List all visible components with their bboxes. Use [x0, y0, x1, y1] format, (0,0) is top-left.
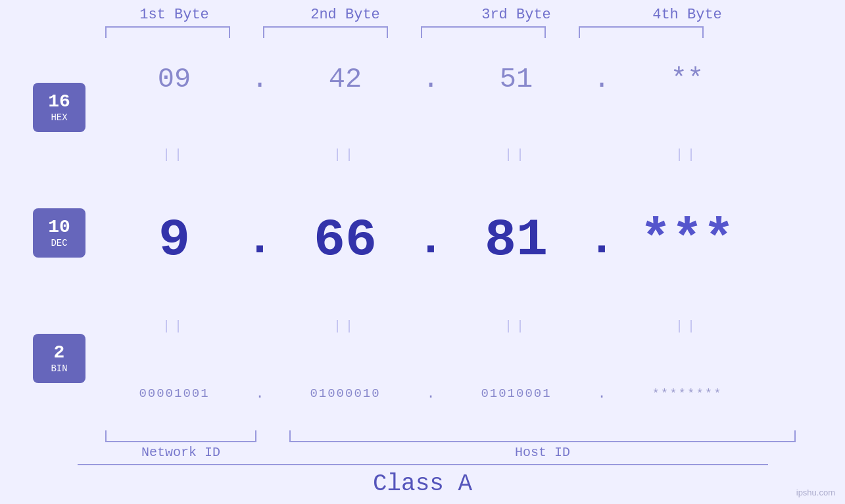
bracket-network [105, 430, 256, 442]
dec-badge: 10 DEC [33, 208, 85, 258]
eq1-b2: || [276, 147, 414, 162]
bottom-brackets [105, 430, 832, 442]
bracket-byte2 [263, 26, 388, 38]
hex-dot2: . [414, 64, 447, 95]
bin-row: 00001001 . 01000010 . 01010001 . *******… [105, 386, 832, 402]
bracket-host [289, 430, 796, 442]
bracket-byte3 [421, 26, 546, 38]
eq1-b4: || [618, 147, 756, 162]
dec-b2: 66 [276, 214, 414, 267]
hex-row: 09 . 42 . 51 . ** [105, 64, 832, 95]
dec-b4: *** [618, 214, 756, 267]
class-line [78, 464, 768, 465]
host-id-label: Host ID [289, 445, 796, 460]
byte4-header: 4th Byte [618, 7, 756, 23]
hex-b4: ** [618, 64, 756, 95]
bottom-area: Network ID Host ID [105, 430, 832, 460]
bin-b1: 00001001 [105, 386, 243, 401]
bracket-byte4 [579, 26, 704, 38]
eq2-b4: || [618, 319, 756, 334]
top-brackets [105, 26, 832, 38]
hex-dot1: . [243, 64, 276, 95]
bin-dot2: . [414, 386, 447, 402]
network-id-label: Network ID [105, 445, 256, 460]
bin-dot3: . [585, 386, 618, 402]
hex-dot3: . [585, 64, 618, 95]
hex-badge-number: 16 [48, 92, 70, 112]
hex-b1: 09 [105, 64, 243, 95]
byte-headers: 1st Byte 2nd Byte 3rd Byte 4th Byte [105, 7, 832, 23]
dec-dot1: . [243, 214, 276, 266]
dec-badge-number: 10 [48, 218, 70, 238]
bin-badge: 2 BIN [33, 334, 85, 383]
eq-row-2: || || || || [105, 319, 832, 334]
dec-badge-label: DEC [51, 238, 67, 248]
byte3-header: 3rd Byte [447, 7, 585, 23]
dec-b3: 81 [447, 214, 585, 267]
id-labels: Network ID Host ID [105, 445, 832, 460]
bracket-byte1 [105, 26, 230, 38]
hex-badge-label: HEX [51, 112, 67, 123]
dec-dot2: . [414, 214, 447, 266]
eq2-b2: || [276, 319, 414, 334]
badges-column: 16 HEX 10 DEC 2 BIN [13, 38, 105, 428]
bin-badge-number: 2 [54, 343, 65, 363]
class-label: Class A [373, 470, 472, 497]
dec-b1: 9 [105, 214, 243, 267]
byte1-header: 1st Byte [105, 7, 243, 23]
eq1-b3: || [447, 147, 585, 162]
class-footer: Class A [13, 464, 832, 497]
eq1-b1: || [105, 147, 243, 162]
main-container: 1st Byte 2nd Byte 3rd Byte 4th Byte 16 H… [0, 0, 845, 504]
watermark: ipshu.com [796, 488, 835, 497]
eq-row-1: || || || || [105, 147, 832, 162]
bin-dot1: . [243, 386, 276, 402]
content-area: 16 HEX 10 DEC 2 BIN 09 . 42 . 51 . ** [13, 38, 832, 428]
eq2-b1: || [105, 319, 243, 334]
dec-dot3: . [585, 214, 618, 266]
hex-badge: 16 HEX [33, 83, 85, 132]
hex-b3: 51 [447, 64, 585, 95]
data-rows: 09 . 42 . 51 . ** || || || || 9 . [105, 38, 832, 428]
bin-b2: 01000010 [276, 386, 414, 401]
hex-b2: 42 [276, 64, 414, 95]
bin-badge-label: BIN [51, 363, 67, 374]
bin-b3: 01010001 [447, 386, 585, 401]
bin-b4: ******** [618, 386, 756, 401]
byte2-header: 2nd Byte [276, 7, 414, 23]
eq2-b3: || [447, 319, 585, 334]
dec-row: 9 . 66 . 81 . *** [105, 214, 832, 267]
